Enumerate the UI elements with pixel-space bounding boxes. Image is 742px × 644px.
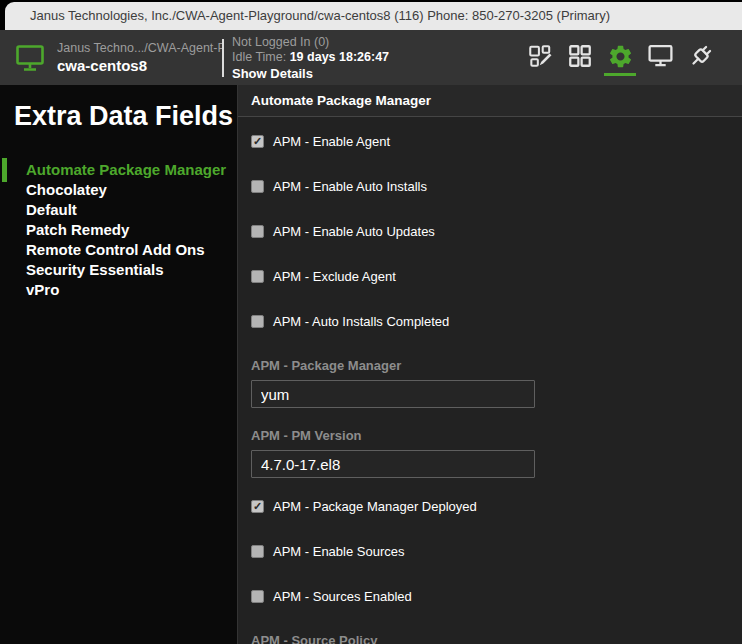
idle-time-label: Idle Time: <box>232 50 286 64</box>
monitor-icon[interactable] <box>644 38 676 78</box>
checkbox-label: APM - Enable Auto Updates <box>273 224 435 239</box>
connect-plug-icon <box>687 43 714 70</box>
login-status: Not Logged In (0) <box>232 35 389 50</box>
apm-auto-installs-completed-checkbox[interactable] <box>251 315 264 328</box>
sidebar-item-automate-package-manager[interactable]: Automate Package Manager <box>26 160 237 180</box>
sidebar-item-chocolatey[interactable]: Chocolatey <box>26 180 237 200</box>
sidebar-title: Extra Data Fields <box>0 85 237 134</box>
checkbox-label: APM - Enable Sources <box>273 544 405 559</box>
window-titlebar: Janus Technologies, Inc./CWA-Agent-Playg… <box>5 2 742 30</box>
agent-header: Janus Techno.../CWA-Agent-Pl... cwa-cent… <box>0 30 742 85</box>
sidebar-item-vpro[interactable]: vPro <box>26 280 237 300</box>
field-row-apm-enable-agent: APM - Enable Agent <box>251 133 729 149</box>
edit-fields-icon <box>527 43 553 69</box>
agent-identity: Janus Techno.../CWA-Agent-Pl... cwa-cent… <box>0 41 222 74</box>
field-group-apm-source-policy: APM - Source Policy <box>251 633 729 644</box>
apm-enable-auto-installs-checkbox[interactable] <box>251 180 264 193</box>
sidebar-nav: Automate Package ManagerChocolateyDefaul… <box>0 160 237 300</box>
section-title: Automate Package Manager <box>238 85 742 117</box>
show-details-link[interactable]: Show Details <box>232 66 389 81</box>
field-row-apm-exclude-agent: APM - Exclude Agent <box>251 268 729 284</box>
connect-plug-icon[interactable] <box>684 38 716 78</box>
sidebar: Extra Data Fields Automate Package Manag… <box>0 85 237 644</box>
field-row-apm-package-manager-deployed: APM - Package Manager Deployed <box>251 498 729 514</box>
idle-time-value: 19 days 18:26:47 <box>290 50 389 64</box>
checkbox-label: APM - Enable Agent <box>273 134 390 149</box>
apps-grid-icon <box>567 43 593 69</box>
field-group-apm-package-manager: APM - Package Manager <box>251 358 729 408</box>
computer-icon <box>15 44 45 72</box>
apm-package-manager-deployed-checkbox[interactable] <box>251 500 264 513</box>
sidebar-item-default[interactable]: Default <box>26 200 237 220</box>
agent-names: Janus Techno.../CWA-Agent-Pl... cwa-cent… <box>57 41 222 74</box>
field-row-apm-auto-installs-completed: APM - Auto Installs Completed <box>251 313 729 329</box>
settings-gear-icon[interactable] <box>604 38 636 78</box>
field-row-apm-enable-auto-updates: APM - Enable Auto Updates <box>251 223 729 239</box>
idle-time: Idle Time: 19 days 18:26:47 <box>232 50 389 65</box>
header-divider <box>222 39 224 77</box>
apm-enable-agent-checkbox[interactable] <box>251 135 264 148</box>
computer-name: cwa-centos8 <box>57 57 222 74</box>
field-group-apm-pm-version: APM - PM Version <box>251 428 729 478</box>
sidebar-item-security-essentials[interactable]: Security Essentials <box>26 260 237 280</box>
field-row-apm-sources-enabled: APM - Sources Enabled <box>251 588 729 604</box>
checkbox-label: APM - Auto Installs Completed <box>273 314 449 329</box>
header-toolbar <box>524 38 742 78</box>
sidebar-item-patch-remedy[interactable]: Patch Remedy <box>26 220 237 240</box>
apm-exclude-agent-checkbox[interactable] <box>251 270 264 283</box>
apm-package-manager-input[interactable] <box>251 380 535 408</box>
checkbox-label: APM - Sources Enabled <box>273 589 412 604</box>
checkbox-label: APM - Enable Auto Installs <box>273 179 427 194</box>
apm-pm-version-input[interactable] <box>251 450 535 478</box>
content-area: Extra Data Fields Automate Package Manag… <box>0 85 742 644</box>
main-panel: Automate Package Manager APM - Enable Ag… <box>237 85 742 644</box>
field-row-apm-enable-sources: APM - Enable Sources <box>251 543 729 559</box>
agent-status: Not Logged In (0) Idle Time: 19 days 18:… <box>232 35 389 81</box>
field-label: APM - Source Policy <box>251 633 729 644</box>
apps-grid-icon[interactable] <box>564 38 596 78</box>
breadcrumb: Janus Techno.../CWA-Agent-Pl... <box>57 41 222 55</box>
window-title: Janus Technologies, Inc./CWA-Agent-Playg… <box>30 8 610 23</box>
edit-fields-icon[interactable] <box>524 38 556 78</box>
checkbox-label: APM - Exclude Agent <box>273 269 396 284</box>
sidebar-item-remote-control-add-ons[interactable]: Remote Control Add Ons <box>26 240 237 260</box>
apm-enable-auto-updates-checkbox[interactable] <box>251 225 264 238</box>
field-label: APM - Package Manager <box>251 358 729 373</box>
apm-enable-sources-checkbox[interactable] <box>251 545 264 558</box>
field-row-apm-enable-auto-installs: APM - Enable Auto Installs <box>251 178 729 194</box>
checkbox-label: APM - Package Manager Deployed <box>273 499 477 514</box>
apm-sources-enabled-checkbox[interactable] <box>251 590 264 603</box>
fields-list: APM - Enable AgentAPM - Enable Auto Inst… <box>238 117 742 644</box>
settings-gear-icon <box>607 43 634 70</box>
field-label: APM - PM Version <box>251 428 729 443</box>
monitor-icon <box>647 43 674 69</box>
